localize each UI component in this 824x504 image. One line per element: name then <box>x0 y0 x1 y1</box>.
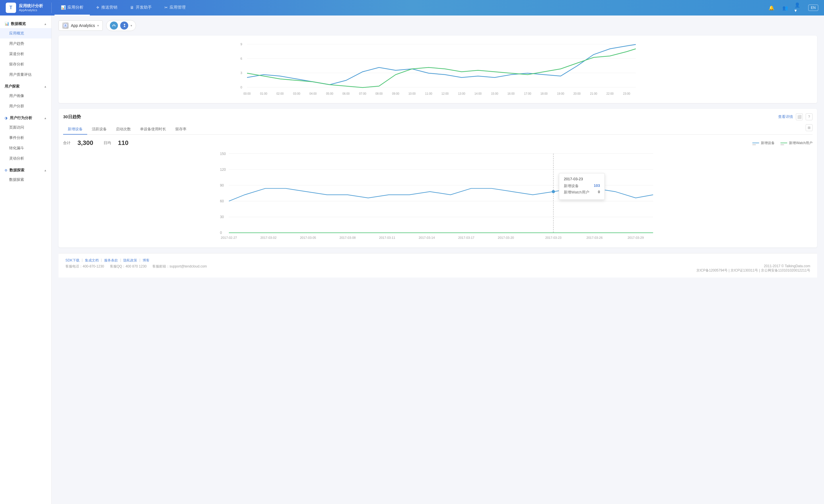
svg-text:2017-03-23: 2017-03-23 <box>545 236 561 239</box>
sidebar-section-header-behavior[interactable]: ◑ 用户行为分析 ▲ <box>0 112 51 122</box>
legend: — 新增设备 — 新增Watch用户 <box>752 141 813 145</box>
sidebar-item-data-explore[interactable]: 数据探索 <box>0 175 51 185</box>
sidebar-section-explore: 用户探索 ▲ 用户画像 用户分群 <box>0 81 51 111</box>
tab-duration[interactable]: 单设备使用时长 <box>135 124 171 134</box>
svg-text:09:00: 09:00 <box>392 92 399 95</box>
svg-text:9: 9 <box>240 42 242 46</box>
svg-text:23:00: 23:00 <box>623 92 630 95</box>
legend-watch: — 新增Watch用户 <box>781 141 813 145</box>
lang-button[interactable]: EN <box>808 5 818 11</box>
svg-text:02:00: 02:00 <box>276 92 284 95</box>
app-icon: A <box>62 22 69 29</box>
footer-qq: 客服QQ：400 870 1230 <box>110 264 146 273</box>
svg-text:2017-03-08: 2017-03-08 <box>339 236 355 239</box>
svg-text:2017-03-20: 2017-03-20 <box>498 236 514 239</box>
sidebar-section-behavior: ◑ 用户行为分析 ▲ 页面访问 事件分析 转化漏斗 灵动分析 <box>0 112 51 164</box>
app-selector-bar: A App Analytics ▾ ▾ <box>59 20 817 31</box>
svg-text:90: 90 <box>220 183 224 187</box>
total-label: 合计 <box>63 140 71 145</box>
svg-point-6 <box>114 25 115 25</box>
sidebar-item-event[interactable]: 事件分析 <box>0 132 51 143</box>
info-button[interactable]: ? <box>806 113 813 120</box>
footer-icp: 2011-2017 © TalkingData.com 京ICP备1200579… <box>696 264 810 273</box>
tab-new-device[interactable]: 新增设备 <box>63 124 87 134</box>
nav-item-dev[interactable]: 🖥 开发助手 <box>124 0 158 15</box>
svg-text:2017-03-05: 2017-03-05 <box>300 236 316 239</box>
sidebar-item-group[interactable]: 用户分群 <box>0 101 51 111</box>
sidebar-item-page[interactable]: 页面访问 <box>0 122 51 132</box>
sidebar-section-header-data-explore[interactable]: ⊙ 数据探索 ▲ <box>0 165 51 175</box>
user-button[interactable]: 👤 ▾ <box>795 3 804 12</box>
footer-links: SDK下载 | 集成文档 | 服务条款 | 隐私政策 | 博客 <box>66 258 810 263</box>
legend-label-new-device: 新增设备 <box>761 141 775 145</box>
footer-sep-1: | <box>82 258 83 263</box>
nav-item-push[interactable]: ✈ 推送营销 <box>90 0 124 15</box>
sidebar-section-overview: 📊数据概览 ▲ 应用概览 用户趋势 渠道分析 留存分析 用户质量评估 <box>0 18 51 80</box>
android-button[interactable] <box>110 21 118 29</box>
trend-section-header: 30日趋势 查看详情 ⬜ ? <box>63 113 813 120</box>
tab-active-device[interactable]: 活跃设备 <box>87 124 111 134</box>
footer-copyright: 2011-2017 © TalkingData.com <box>696 264 810 268</box>
svg-point-53 <box>552 190 555 193</box>
footer-link-blog[interactable]: 博客 <box>142 258 149 263</box>
dropdown-arrow: ▾ <box>97 24 99 27</box>
sidebar-item-user-trend[interactable]: 用户趋势 <box>0 38 51 49</box>
stats-row: 合计 3,300 日均 110 — 新增设备 — 新增Watch用户 <box>63 139 813 147</box>
legend-new-device: — 新增设备 <box>752 141 775 145</box>
sidebar-item-app-overview[interactable]: 应用概览 <box>0 28 51 38</box>
svg-point-5 <box>113 25 114 25</box>
sidebar-item-funnel[interactable]: 转化漏斗 <box>0 143 51 153</box>
svg-text:00:00: 00:00 <box>243 92 250 95</box>
sidebar-section-data-explore: ⊙ 数据探索 ▲ 数据探索 <box>0 165 51 185</box>
trend-tabs: 新增设备 活跃设备 启动次数 单设备使用时长 留存率 ⊞ <box>63 124 813 134</box>
legend-dot-new-device: — <box>752 143 759 143</box>
trend-section: 30日趋势 查看详情 ⬜ ? 新增设备 活跃设备 启动次数 单设备使用时长 留存… <box>59 109 817 247</box>
push-icon: ✈ <box>96 5 100 10</box>
sidebar-item-quality[interactable]: 用户质量评估 <box>0 70 51 80</box>
svg-text:13:00: 13:00 <box>458 92 465 95</box>
footer-link-sdk[interactable]: SDK下载 <box>66 258 80 263</box>
legend-label-watch: 新增Watch用户 <box>789 141 813 145</box>
svg-text:2017-03-17: 2017-03-17 <box>458 236 474 239</box>
svg-text:0: 0 <box>240 86 242 89</box>
view-detail-link[interactable]: 查看详情 <box>778 114 793 119</box>
svg-text:14:00: 14:00 <box>474 92 482 95</box>
app-dropdown[interactable]: A App Analytics ▾ <box>59 20 103 31</box>
ios-button[interactable] <box>120 21 128 29</box>
sidebar-item-dynamic[interactable]: 灵动分析 <box>0 153 51 164</box>
tab-launches[interactable]: 启动次数 <box>111 124 135 134</box>
footer-sep-2: | <box>101 258 102 263</box>
svg-text:0: 0 <box>220 231 222 235</box>
svg-text:30: 30 <box>220 215 224 219</box>
svg-text:6: 6 <box>240 57 242 60</box>
daily-label: 日均 <box>104 140 111 145</box>
sidebar-section-header-explore[interactable]: 用户探索 ▲ <box>0 81 51 91</box>
daily-value: 110 <box>118 139 128 147</box>
trend-chart-svg: 150 120 90 60 30 0 <box>63 150 813 242</box>
nav-item-analytics[interactable]: 📊 应用分析 <box>55 0 90 15</box>
svg-text:2017-03-14: 2017-03-14 <box>419 236 435 239</box>
svg-text:10:00: 10:00 <box>408 92 415 95</box>
sidebar-item-retention[interactable]: 留存分析 <box>0 59 51 70</box>
tab-retention[interactable]: 留存率 <box>171 124 191 134</box>
app-title: 应用统计分析 <box>19 3 43 8</box>
platform-selector[interactable]: ▾ <box>106 20 136 31</box>
export-button[interactable]: ⬜ <box>796 113 803 120</box>
sidebar: 📊数据概览 ▲ 应用概览 用户趋势 渠道分析 留存分析 用户质量评估 用户探索 … <box>0 15 51 504</box>
sidebar-section-header-overview[interactable]: 📊数据概览 ▲ <box>0 18 51 28</box>
users-button[interactable]: 👥 <box>781 3 790 12</box>
notification-button[interactable]: 🔔 <box>767 3 776 12</box>
footer-link-docs[interactable]: 集成文档 <box>85 258 99 263</box>
footer-link-terms[interactable]: 服务条款 <box>104 258 118 263</box>
layout: 📊数据概览 ▲ 应用概览 用户趋势 渠道分析 留存分析 用户质量评估 用户探索 … <box>0 15 824 504</box>
svg-text:12:00: 12:00 <box>441 92 448 95</box>
chevron-data-explore-icon: ▲ <box>44 169 47 172</box>
sidebar-item-channel[interactable]: 渠道分析 <box>0 49 51 59</box>
nav-item-manage[interactable]: ✂ 应用管理 <box>158 0 192 15</box>
sidebar-item-portrait[interactable]: 用户画像 <box>0 91 51 101</box>
footer-link-privacy[interactable]: 隐私政策 <box>123 258 137 263</box>
svg-text:2017-03-11: 2017-03-11 <box>379 236 395 239</box>
table-view-button[interactable]: ⊞ <box>806 124 813 131</box>
logo-area: T 应用统计分析 AppAnalytics <box>6 3 51 13</box>
footer-sep-4: | <box>139 258 140 263</box>
